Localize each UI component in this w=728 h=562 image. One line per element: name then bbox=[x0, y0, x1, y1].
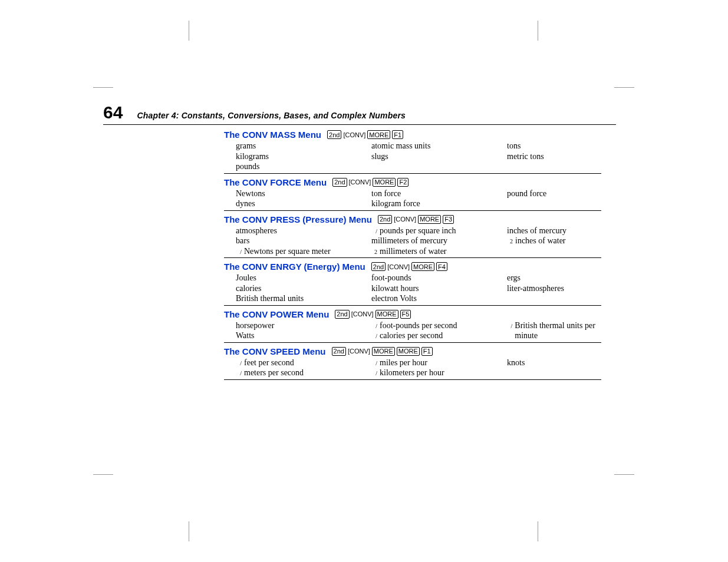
keycap: MORE bbox=[372, 347, 395, 356]
columns: atmospheresbars/Newtons per square meter… bbox=[224, 226, 601, 257]
section-title: The CONV PRESS (Pressure) Menu bbox=[224, 214, 372, 224]
list-item: electron Volts bbox=[371, 293, 507, 304]
list-item: grams bbox=[236, 141, 371, 151]
item-text: pound force bbox=[507, 189, 546, 199]
key-sequence: 2nd[CONV]MOREF3 bbox=[378, 215, 454, 224]
keycap: F1 bbox=[421, 347, 433, 356]
item-text: pounds bbox=[236, 161, 259, 172]
section-header: The CONV FORCE Menu2nd[CONV]MOREF2 bbox=[224, 177, 601, 187]
keycap: F3 bbox=[443, 215, 454, 224]
keycap: 2nd bbox=[371, 262, 386, 271]
list-item: liter-atmospheres bbox=[507, 283, 613, 294]
sections-container: The CONV MASS Menu2nd[CONV]MOREF1gramski… bbox=[224, 130, 601, 380]
list-item: metric tons bbox=[507, 151, 613, 162]
list-item: millimeters of mercury bbox=[371, 236, 507, 246]
list-item: /meters per second bbox=[236, 368, 371, 378]
item-text: millimeters of mercury bbox=[371, 236, 447, 246]
column: ton forcekilogram force bbox=[371, 189, 507, 209]
menu-section: The CONV PRESS (Pressure) Menu2nd[CONV]M… bbox=[224, 214, 601, 259]
list-item: slugs bbox=[371, 151, 507, 162]
key-bracket: [CONV] bbox=[387, 263, 410, 270]
list-item: calories bbox=[236, 283, 371, 294]
section-header: The CONV MASS Menu2nd[CONV]MOREF1 bbox=[224, 130, 601, 140]
section-title: The CONV SPEED Menu bbox=[224, 346, 326, 356]
column: horsepowerWatts bbox=[224, 320, 371, 341]
column: Newtonsdynes bbox=[224, 189, 371, 209]
list-item: kilograms bbox=[236, 151, 371, 162]
item-text: metric tons bbox=[507, 151, 544, 162]
item-text: dynes bbox=[236, 199, 255, 209]
section-title: The CONV FORCE Menu bbox=[224, 177, 327, 187]
item-text: Joules bbox=[236, 273, 256, 283]
list-item: Watts bbox=[236, 330, 371, 341]
column: gramskilogramspounds bbox=[224, 141, 371, 172]
key-bracket: [CONV] bbox=[394, 216, 416, 223]
columns: /feet per second/meters per second/miles… bbox=[224, 358, 601, 378]
keycap: 2nd bbox=[335, 310, 349, 319]
list-item: /kilometers per hour bbox=[371, 368, 507, 378]
key-bracket: [CONV] bbox=[348, 348, 370, 355]
item-text: ton force bbox=[371, 189, 401, 199]
columns: Newtonsdyneston forcekilogram forcepound… bbox=[224, 189, 601, 209]
list-item: /calories per second bbox=[371, 330, 507, 341]
column: atomic mass unitsslugs bbox=[371, 141, 507, 172]
item-text: kilograms bbox=[236, 151, 269, 162]
section-title: The CONV POWER Menu bbox=[224, 309, 329, 319]
keycap: 2nd bbox=[327, 130, 341, 139]
item-prefix: 2 bbox=[507, 238, 513, 246]
item-text: tons bbox=[507, 141, 521, 151]
item-text: bars bbox=[236, 236, 249, 246]
key-sequence: 2nd[CONV]MOREF1 bbox=[327, 130, 403, 139]
item-text: horsepower bbox=[236, 320, 274, 331]
key-bracket: [CONV] bbox=[349, 178, 371, 186]
keycap: MORE bbox=[375, 310, 398, 319]
item-text: atmospheres bbox=[236, 226, 277, 236]
list-item: bars bbox=[236, 236, 371, 246]
item-text: millimeters of water bbox=[380, 246, 447, 257]
keycap: MORE bbox=[367, 130, 390, 139]
menu-section: The CONV MASS Menu2nd[CONV]MOREF1gramski… bbox=[224, 130, 601, 174]
item-text: pounds per square inch bbox=[380, 226, 456, 236]
keycap: MORE bbox=[397, 347, 420, 356]
menu-section: The CONV FORCE Menu2nd[CONV]MOREF2Newton… bbox=[224, 177, 601, 211]
item-text: British thermal units bbox=[236, 293, 304, 304]
column: /foot-pounds per second/calories per sec… bbox=[371, 320, 507, 341]
column: foot-poundskilowatt hourselectron Volts bbox=[371, 273, 507, 304]
item-text: Newtons per square meter bbox=[244, 246, 331, 257]
key-sequence: 2nd[CONV]MOREF2 bbox=[332, 178, 409, 187]
key-sequence: 2nd[CONV]MOREF5 bbox=[335, 310, 411, 319]
keycap: 2nd bbox=[378, 215, 392, 224]
column: inches of mercury2inches of water bbox=[507, 226, 613, 257]
item-text: foot-pounds per second bbox=[380, 320, 457, 331]
menu-section: The CONV POWER Menu2nd[CONV]MOREF5horsep… bbox=[224, 309, 601, 343]
item-text: foot-pounds bbox=[371, 273, 411, 283]
list-item: /feet per second bbox=[236, 358, 371, 368]
item-prefix: / bbox=[236, 360, 242, 368]
column: knots bbox=[507, 358, 613, 378]
item-text: British thermal units per minute bbox=[515, 320, 613, 341]
keycap: F2 bbox=[397, 178, 409, 187]
item-text: meters per second bbox=[244, 368, 304, 378]
list-item: foot-pounds bbox=[371, 273, 507, 283]
list-item: atmospheres bbox=[236, 226, 371, 236]
keycap: MORE bbox=[373, 178, 396, 187]
content-area: 64 Chapter 4: Constants, Conversions, Ba… bbox=[103, 103, 616, 384]
list-item: pound force bbox=[507, 189, 613, 199]
keycap: MORE bbox=[411, 262, 434, 271]
item-prefix: / bbox=[236, 370, 242, 378]
list-item: ergs bbox=[507, 273, 613, 283]
list-item: /foot-pounds per second bbox=[371, 320, 507, 331]
list-item: dynes bbox=[236, 199, 371, 209]
column: ergsliter-atmospheres bbox=[507, 273, 613, 304]
list-item: Joules bbox=[236, 273, 371, 283]
columns: horsepowerWatts/foot-pounds per second/c… bbox=[224, 320, 601, 341]
column: /British thermal units per minute bbox=[507, 320, 613, 341]
keycap: 2nd bbox=[332, 347, 346, 356]
item-text: Newtons bbox=[236, 189, 265, 199]
list-item: knots bbox=[507, 358, 613, 368]
item-prefix: / bbox=[371, 360, 377, 368]
section-title: The CONV MASS Menu bbox=[224, 130, 321, 140]
list-item: kilowatt hours bbox=[371, 283, 507, 294]
item-text: ergs bbox=[507, 273, 521, 283]
key-bracket: [CONV] bbox=[343, 131, 365, 138]
